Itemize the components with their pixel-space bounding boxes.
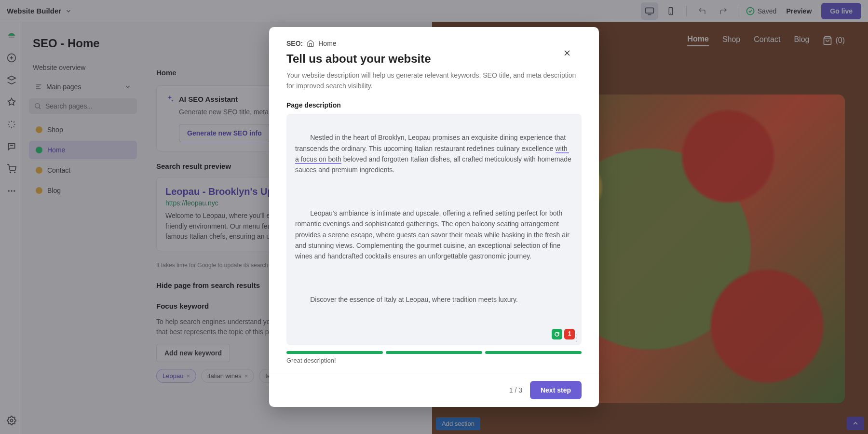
modal-subtitle: Your website description will help us ge… xyxy=(286,70,582,91)
modal-title: Tell us about your website xyxy=(286,52,582,66)
description-label: Page description xyxy=(286,101,582,109)
modal-overlay[interactable]: SEO: Home Tell us about your website You… xyxy=(0,0,868,434)
strength-segment xyxy=(485,351,582,354)
crumb-prefix: SEO: xyxy=(286,40,303,47)
seo-wizard-modal: SEO: Home Tell us about your website You… xyxy=(269,27,599,407)
strength-segment xyxy=(386,351,482,354)
resize-handle[interactable]: ⋰ xyxy=(570,332,583,344)
modal-close-button[interactable] xyxy=(562,48,572,58)
strength-label: Great description! xyxy=(286,357,582,364)
strength-meter xyxy=(286,351,582,354)
next-step-button[interactable]: Next step xyxy=(530,381,582,399)
close-icon xyxy=(562,48,572,58)
grammarly-icon[interactable] xyxy=(552,329,562,339)
step-indicator: 1 / 3 xyxy=(509,386,522,394)
strength-segment xyxy=(286,351,383,354)
modal-breadcrumb: SEO: Home xyxy=(286,40,582,47)
modal-footer: 1 / 3 Next step xyxy=(269,373,599,407)
crumb-page: Home xyxy=(318,40,336,47)
home-icon xyxy=(307,40,314,47)
description-textarea[interactable]: Nestled in the heart of Brooklyn, Leopau… xyxy=(286,114,582,345)
